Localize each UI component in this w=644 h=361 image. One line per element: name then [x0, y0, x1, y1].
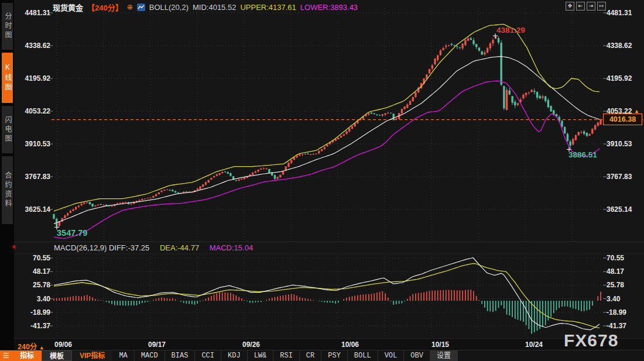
- boll-lower-value: LOWER:3893.43: [300, 3, 358, 12]
- macd-y-label-left: -41.37: [14, 322, 50, 330]
- sidebar-tab-闪电图[interactable]: 闪电图: [2, 106, 13, 153]
- macd-y-label-right: -18.99: [607, 308, 643, 317]
- peak-price-label: 4381.29: [496, 26, 525, 35]
- macd-y-label-left: 48.17: [14, 267, 50, 276]
- trading-app: 分时图K线图闪电图合约资料 ✳ 现货黄金 【240分】 ⊕ BOLL(20,2)…: [0, 0, 644, 361]
- period-label[interactable]: 【240分】: [87, 2, 123, 13]
- main-y-label-left: 3910.53: [14, 140, 50, 148]
- macd-y-label-right: 25.78: [607, 281, 643, 289]
- toolbar-item-KDJ[interactable]: KDJ: [221, 350, 248, 361]
- current-price-badge: 4016.38: [603, 114, 642, 125]
- main-y-label-left: 3767.83: [14, 173, 50, 181]
- alert-dot-icon: ✳: [11, 243, 16, 251]
- price-macd-chart[interactable]: [0, 0, 644, 361]
- recent-low-price-label: 3886.51: [568, 150, 597, 159]
- sidebar-tab-分时图[interactable]: 分时图: [2, 3, 13, 50]
- time-axis: 240分 ▲ 09/0609/1709/2610/0610/1510/24: [0, 338, 644, 350]
- main-y-label-right: 4481.31: [607, 9, 643, 17]
- date-label-10/15: 10/15: [423, 341, 458, 349]
- shift-right-icon[interactable]: ↦: [597, 2, 606, 11]
- macd-y-label-left: 25.78: [14, 281, 50, 289]
- macd-y-label-left: 70.55: [14, 254, 50, 262]
- watermark: FX678: [564, 331, 618, 350]
- symbol-name: 现货黄金: [53, 2, 83, 13]
- overlay-plus-icon[interactable]: ⊕: [127, 3, 133, 11]
- start-low-price-label: 3547.79: [57, 228, 87, 238]
- boll-params: BOLL(20,2): [149, 3, 189, 12]
- bottom-toolbar: ☰ 指标模板VIP指标MAMACDBIASCCIKDJLW&RSICRPSYBO…: [0, 350, 644, 361]
- price-arrow-icon: ▲: [634, 108, 639, 114]
- sidebar: 分时图K线图闪电图合约资料: [0, 0, 14, 350]
- fit-right-axis-icon[interactable]: ⇥: [587, 2, 595, 11]
- macd-y-label-right: 70.55: [607, 254, 643, 262]
- date-label-10/06: 10/06: [333, 341, 368, 349]
- toolbar-tab-指标[interactable]: 指标: [12, 350, 42, 361]
- indicator-header: 现货黄金 【240分】 ⊕ BOLL(20,2) MID:4015.52 UPP…: [53, 2, 358, 12]
- toolbar-item-设置[interactable]: 设置: [430, 350, 458, 361]
- main-y-label-left: 4053.22: [14, 107, 50, 115]
- toolbar-item-CCI[interactable]: CCI: [195, 350, 221, 361]
- toolbar-item-BOLL[interactable]: BOLL: [348, 350, 378, 361]
- chart-tool-icons: ✥⇤⇥↦: [566, 2, 606, 11]
- date-label-10/24: 10/24: [516, 341, 551, 349]
- macd-y-label-left: -18.99: [14, 308, 50, 317]
- chart-canvas[interactable]: [0, 0, 644, 361]
- date-label-09/06: 09/06: [46, 341, 81, 349]
- kline-icon: [137, 4, 145, 11]
- main-y-label-right: 4338.62: [607, 42, 643, 50]
- toolbar-item-BIAS[interactable]: BIAS: [165, 350, 196, 361]
- date-label-09/26: 09/26: [234, 341, 269, 349]
- main-y-label-left: 4195.92: [14, 74, 50, 82]
- toolbar-item-PSY[interactable]: PSY: [321, 350, 348, 361]
- date-label-09/17: 09/17: [139, 341, 174, 349]
- main-y-label-right: 4195.92: [607, 74, 643, 82]
- fit-left-axis-icon[interactable]: ⇤: [576, 2, 585, 11]
- pan-icon[interactable]: ✥: [566, 2, 574, 11]
- macd-value: MACD:15.04: [210, 243, 253, 252]
- main-y-label-left: 4481.31: [14, 9, 50, 17]
- main-y-label-right: 3910.53: [607, 140, 643, 148]
- macd-diff-value: MACD(26,12,9) DIFF:-37.25: [54, 243, 149, 252]
- macd-y-label-right: 3.40: [607, 295, 643, 303]
- toolbar-tab-VIP指标[interactable]: VIP指标: [72, 350, 112, 361]
- toolbar-item-LW&[interactable]: LW&: [248, 350, 274, 361]
- boll-upper-value: UPPER:4137.61: [240, 3, 296, 12]
- toolbar-item-VOL[interactable]: VOL: [378, 350, 405, 361]
- toolbar-item-MACD[interactable]: MACD: [135, 350, 165, 361]
- macd-y-label-left: 3.40: [14, 295, 50, 303]
- main-y-label-left: 3625.14: [14, 205, 50, 214]
- macd-header: MACD(26,12,9) DIFF:-37.25 DEA:-44.77 MAC…: [54, 243, 253, 252]
- menu-button[interactable]: ☰: [0, 350, 12, 361]
- toolbar-item-RSI[interactable]: RSI: [273, 350, 300, 361]
- macd-y-label-right: -41.37: [607, 322, 643, 330]
- sidebar-tab-K线图[interactable]: K线图: [2, 53, 13, 103]
- toolbar-item-MA[interactable]: MA: [112, 350, 134, 361]
- toolbar-tab-模板[interactable]: 模板: [42, 350, 72, 361]
- toolbar-item-OBV[interactable]: OBV: [404, 350, 430, 361]
- macd-dea-value: DEA:-44.77: [160, 243, 199, 252]
- macd-y-label-right: 48.17: [607, 267, 643, 276]
- main-y-label-right: 3767.83: [607, 173, 643, 181]
- boll-mid-value: MID:4015.52: [193, 3, 236, 12]
- main-y-label-right: 3625.14: [607, 205, 643, 214]
- toolbar-item-CR[interactable]: CR: [300, 350, 321, 361]
- main-y-label-left: 4338.62: [14, 42, 50, 50]
- sidebar-tab-合约资料[interactable]: 合约资料: [2, 156, 13, 224]
